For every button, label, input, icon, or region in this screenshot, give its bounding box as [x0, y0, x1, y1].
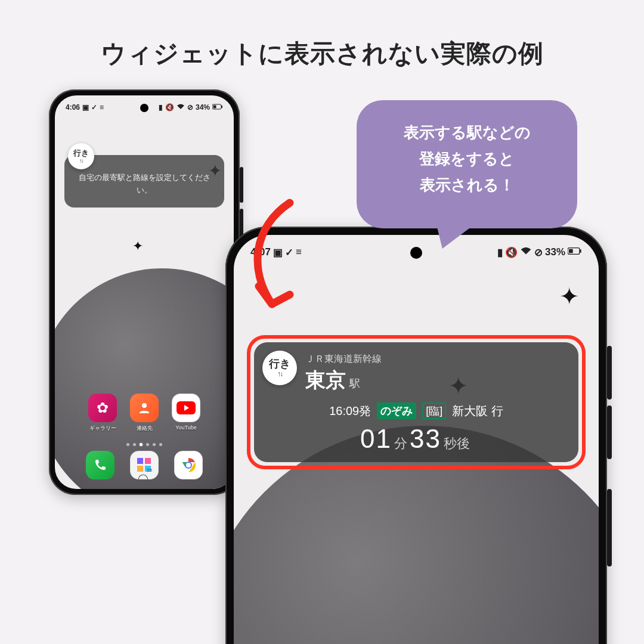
page-indicator: [55, 443, 234, 446]
phone-after: 4:07 ▣ ✓ ≡ ▮ 🔇 ⊘ 33% ✦ ✦: [225, 227, 607, 644]
menu-icon: ≡: [100, 103, 104, 112]
app-label: 連絡先: [137, 425, 153, 432]
no-sim-icon: ⊘: [534, 246, 543, 259]
svg-point-3: [142, 403, 147, 408]
vibrate-icon: ▮: [497, 246, 503, 259]
svg-rect-2: [221, 106, 222, 108]
app-label: ギャラリー: [89, 425, 116, 432]
status-bar: 4:07 ▣ ✓ ≡ ▮ 🔇 ⊘ 33%: [234, 235, 599, 264]
contacts-icon: [130, 394, 159, 422]
vibrate-icon: ▮: [159, 103, 163, 112]
back-button[interactable]: 〈: [199, 472, 209, 485]
depart-time: 16:09発: [329, 403, 371, 419]
destination: 新大阪 行: [452, 403, 503, 419]
gallery-icon: ✿: [88, 394, 117, 422]
app-contacts[interactable]: 連絡先: [130, 394, 159, 432]
highlight-frame: 行き↑↓ ＪＲ東海道新幹線 東京駅 16:09発 のぞみ [臨] 新大阪 行 0…: [247, 335, 586, 469]
check-icon: ✓: [285, 246, 293, 259]
svg-rect-15: [580, 249, 581, 252]
battery-percent: 33%: [545, 246, 565, 258]
callout-bubble: 表示する駅などの 登録をすると 表示される！: [357, 100, 577, 228]
mute-icon: 🔇: [505, 246, 518, 259]
recents-button[interactable]: |||: [80, 473, 87, 484]
battery-icon: [212, 103, 223, 112]
volume-up-button[interactable]: [607, 346, 612, 400]
transit-widget[interactable]: 行き↑↓ ＪＲ東海道新幹線 東京駅 16:09発 のぞみ [臨] 新大阪 行 0…: [254, 342, 578, 462]
app-row: ✿ ギャラリー 連絡先 YouTube: [55, 394, 234, 432]
battery-icon: [568, 246, 582, 258]
svg-rect-5: [137, 458, 143, 464]
widget-direction-badge: 行き↑↓: [262, 351, 297, 385]
widget-direction-badge: 行き↑↓: [68, 143, 94, 169]
status-bar: 4:06 ▣ ✓ ≡ ▮ 🔇 ⊘ 34%: [55, 95, 234, 116]
svg-rect-6: [145, 458, 151, 464]
transit-widget-empty[interactable]: 行き↑↓ 自宅の最寄駅と路線を設定してください。: [64, 155, 224, 208]
mute-icon: 🔇: [165, 103, 174, 112]
wifi-icon: [177, 103, 185, 112]
no-sim-icon: ⊘: [187, 103, 193, 112]
wifi-icon: [520, 246, 532, 258]
check-icon: ✓: [91, 103, 97, 112]
page-title: ウィジェットに表示されない実際の例: [0, 37, 644, 70]
app-youtube[interactable]: YouTube: [172, 394, 200, 432]
menu-icon: ≡: [296, 246, 302, 258]
image-icon: ▣: [273, 246, 283, 259]
sparkle-icon: ✦: [132, 239, 143, 254]
app-label: YouTube: [175, 425, 196, 431]
svg-rect-14: [569, 249, 573, 253]
widget-departure-row: 16:09発 のぞみ [臨] 新大阪 行: [267, 402, 565, 419]
youtube-icon: [172, 394, 200, 422]
home-button[interactable]: ◯: [138, 473, 148, 484]
power-button[interactable]: [607, 489, 612, 566]
train-extra-chip: [臨]: [422, 402, 446, 419]
svg-rect-1: [213, 106, 216, 109]
svg-point-12: [186, 463, 191, 467]
widget-station: 東京駅: [305, 367, 565, 394]
android-navbar: ||| ◯ 〈: [55, 467, 234, 489]
phone-before: 4:06 ▣ ✓ ≡ ▮ 🔇 ⊘ 34% ✦ ✦: [49, 89, 240, 495]
app-gallery[interactable]: ✿ ギャラリー: [88, 394, 117, 432]
sparkle-icon: ✦: [559, 283, 580, 310]
image-icon: ▣: [82, 103, 89, 112]
widget-line-name: ＪＲ東海道新幹線: [305, 353, 565, 366]
volume-down-button[interactable]: [607, 405, 612, 459]
volume-up-button[interactable]: [240, 167, 243, 203]
battery-percent: 34%: [196, 103, 210, 112]
widget-countdown: 01分33秒後: [267, 424, 565, 454]
status-time: 4:07: [250, 246, 271, 258]
train-name-chip: のぞみ: [377, 402, 416, 419]
status-time: 4:06: [66, 103, 80, 112]
